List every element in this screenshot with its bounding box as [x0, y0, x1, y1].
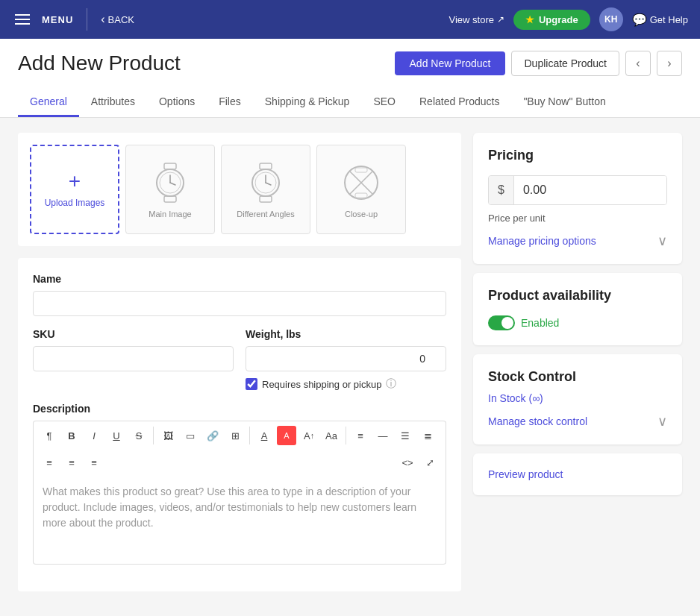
toolbar-video[interactable]: ▭	[181, 426, 200, 445]
nav-divider	[87, 8, 87, 31]
toolbar-list-unordered[interactable]: ☰	[396, 426, 415, 445]
sku-input[interactable]	[33, 346, 234, 371]
svg-line-11	[266, 183, 271, 185]
upload-images-box[interactable]: + Upload Images	[30, 145, 119, 234]
main-content: + Upload Images Main Image	[0, 118, 700, 606]
toolbar-source[interactable]: <>	[398, 453, 417, 472]
preview-product-link[interactable]: Preview product	[488, 468, 563, 480]
svg-line-5	[170, 183, 175, 185]
sku-label: SKU	[33, 328, 234, 340]
toolbar-div-1	[153, 427, 154, 444]
chevron-left-icon: ‹	[636, 57, 640, 70]
weight-group: Weight, lbs Requires shipping or pickup …	[246, 328, 446, 391]
watch-svg-angles	[243, 160, 288, 205]
watch-svg-closeup	[339, 160, 384, 205]
toolbar-align-left[interactable]: ≡	[351, 426, 370, 445]
tab-seo[interactable]: SEO	[361, 88, 407, 117]
manage-pricing-link[interactable]: Manage pricing options ∨	[488, 233, 667, 249]
external-link-icon: ↗	[497, 14, 504, 25]
weight-input[interactable]	[246, 346, 446, 371]
toolbar-highlight[interactable]: A	[277, 426, 296, 445]
price-unit-label: Price per unit	[488, 213, 667, 224]
svg-rect-7	[260, 196, 272, 202]
form-section: Name SKU Weight, lbs	[18, 258, 461, 591]
toolbar-bold[interactable]: B	[62, 426, 81, 445]
tab-attributes[interactable]: Attributes	[79, 88, 147, 117]
toolbar-superscript[interactable]: A↑	[299, 426, 319, 445]
view-store-label: View store	[449, 14, 493, 25]
back-label: BACK	[108, 14, 134, 25]
view-store-button[interactable]: View store ↗	[449, 14, 504, 25]
svg-rect-0	[164, 163, 176, 169]
toolbar-case[interactable]: Aa	[322, 426, 341, 445]
toolbar-paragraph[interactable]: ¶	[40, 426, 59, 445]
help-button[interactable]: 💬 Get Help	[632, 13, 688, 27]
description-group: Description ¶ B I U S 🖼 ▭ 🔗 ⊞ A A A↑	[33, 403, 446, 565]
avatar-button[interactable]: KH	[599, 7, 623, 31]
availability-toggle[interactable]	[488, 315, 515, 330]
toolbar-underline-color[interactable]: A	[254, 426, 274, 445]
toolbar-strikethrough[interactable]: S	[129, 426, 149, 445]
toolbar-indent-center[interactable]: ≡	[62, 453, 81, 472]
prev-product-button[interactable]: ‹	[625, 51, 651, 76]
toolbar-indent-right[interactable]: ≡	[84, 453, 104, 472]
pricing-card: Pricing $ Price per unit Manage pricing …	[473, 133, 682, 264]
tab-buy-now-button[interactable]: "Buy Now" Button	[511, 88, 617, 117]
toolbar-italic[interactable]: I	[84, 426, 104, 445]
left-panel: + Upload Images Main Image	[18, 133, 461, 591]
sku-weight-row: SKU Weight, lbs Requires shipping or pic…	[33, 328, 446, 403]
stock-control-card: Stock Control In Stock (∞) Manage stock …	[473, 354, 682, 444]
name-input[interactable]	[33, 291, 446, 316]
back-button[interactable]: ‹ BACK	[101, 13, 134, 26]
shipping-row: Requires shipping or pickup ⓘ	[246, 377, 446, 391]
tab-files[interactable]: Files	[207, 88, 253, 117]
help-circle-icon[interactable]: ⓘ	[386, 377, 396, 391]
description-editor[interactable]: What makes this product so great? Use th…	[33, 475, 446, 565]
tab-related-products[interactable]: Related Products	[407, 88, 511, 117]
manage-stock-link[interactable]: Manage stock control ∨	[488, 413, 667, 430]
main-image-label: Main Image	[149, 210, 191, 219]
upload-images-label: Upload Images	[45, 198, 105, 208]
toolbar-indent-left[interactable]: ≡	[40, 453, 59, 472]
availability-row: Enabled	[488, 315, 667, 330]
next-product-button[interactable]: ›	[657, 51, 682, 76]
add-new-product-button[interactable]: Add New Product	[395, 51, 506, 75]
toolbar-list-ordered[interactable]: ≣	[418, 426, 437, 445]
toolbar-div-3	[346, 427, 346, 444]
toolbar-table[interactable]: ⊞	[225, 426, 245, 445]
duplicate-product-button[interactable]: Duplicate Product	[511, 51, 619, 76]
upgrade-button[interactable]: ★ Upgrade	[513, 10, 590, 30]
menu-label: MENU	[42, 14, 73, 25]
watch-svg-main	[148, 160, 193, 205]
manage-stock-label: Manage stock control	[488, 415, 587, 427]
toolbar-image[interactable]: 🖼	[158, 426, 178, 445]
preview-card: Preview product	[473, 453, 682, 495]
price-input-wrap: $	[488, 175, 667, 205]
tab-shipping-pickup[interactable]: Shipping & Pickup	[253, 88, 362, 117]
toolbar-underline[interactable]: U	[107, 426, 126, 445]
top-nav: MENU ‹ BACK View store ↗ ★ Upgrade KH 💬 …	[0, 0, 700, 39]
svg-rect-15	[355, 168, 367, 172]
toolbar-fullscreen[interactable]: ⤢	[420, 453, 440, 472]
pricing-title: Pricing	[488, 148, 667, 163]
closeup-thumb[interactable]: Close-up	[316, 145, 406, 234]
tab-options[interactable]: Options	[147, 88, 207, 117]
different-angles-thumb[interactable]: Different Angles	[221, 145, 310, 234]
help-label: Get Help	[650, 14, 688, 25]
sku-col: SKU	[33, 328, 234, 403]
page-header: Add New Product Add New Product Duplicat…	[0, 39, 700, 118]
menu-button[interactable]	[12, 11, 33, 28]
tabs-bar: General Attributes Options Files Shippin…	[18, 88, 682, 117]
toolbar-link[interactable]: 🔗	[203, 426, 222, 445]
back-arrow-icon: ‹	[101, 13, 104, 26]
svg-rect-16	[355, 193, 367, 198]
toolbar-hr[interactable]: —	[373, 426, 393, 445]
main-image-thumb[interactable]: Main Image	[125, 145, 215, 234]
toolbar-div-2	[249, 427, 250, 444]
shipping-checkbox[interactable]	[246, 378, 257, 390]
tab-general[interactable]: General	[18, 88, 79, 117]
price-input[interactable]	[514, 176, 667, 204]
availability-status: Enabled	[521, 317, 559, 329]
upgrade-label: Upgrade	[539, 14, 578, 25]
nav-right: View store ↗ ★ Upgrade KH 💬 Get Help	[449, 7, 688, 31]
